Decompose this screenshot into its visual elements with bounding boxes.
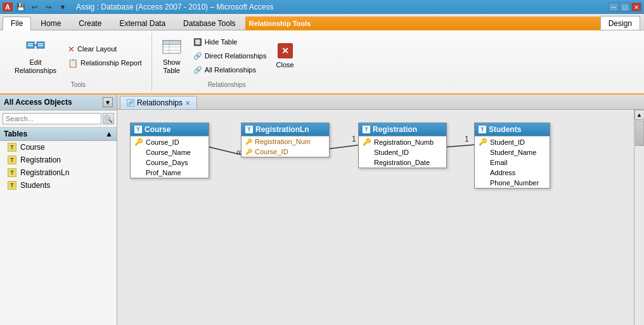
- registration-field-date: Registration_Date: [359, 157, 446, 168]
- vertical-scrollbar: ▲ ▼: [634, 110, 644, 325]
- students-email-label: Email: [490, 159, 508, 166]
- nav-item-registration[interactable]: T Registration: [0, 154, 117, 166]
- nav-item-course-label: Course: [20, 143, 45, 152]
- nav-search-btn[interactable]: 🔍: [103, 113, 114, 124]
- tab-external-data[interactable]: External Data: [111, 16, 174, 30]
- nav-item-students[interactable]: T Students: [0, 179, 117, 192]
- students-field-email: Email: [475, 157, 550, 168]
- students-id-label: Student_ID: [490, 138, 525, 146]
- table-box-registrationln: T RegistrationLn 🔑 Registration_Num 🔑 Co…: [241, 123, 330, 157]
- tab-relationships[interactable]: 🔗 Relationships ✕: [120, 96, 197, 109]
- tab-relationships-icon: 🔗: [127, 99, 134, 107]
- main-area: All Access Objects ▼ 🔍 Tables ▲ T Course…: [0, 95, 644, 325]
- course-id-key-icon: 🔑: [134, 138, 143, 146]
- nav-header-toggle-btn[interactable]: ▼: [103, 97, 113, 107]
- vscroll-up-btn[interactable]: ▲: [634, 110, 645, 120]
- redo-qat-btn[interactable]: ↪: [43, 2, 55, 12]
- edit-relationships-btn[interactable]: Edit Relationships: [10, 37, 61, 74]
- close-ribbon-btn[interactable]: ✕: [278, 43, 293, 58]
- relationships-small-btns: 🔲 Hide Table 🔗 Direct Relationships 🔗 Al…: [189, 36, 271, 76]
- vscroll-thumb[interactable]: [635, 121, 644, 146]
- direct-relationships-btn[interactable]: 🔗 Direct Relationships: [189, 50, 271, 62]
- show-table-label: Show Table: [163, 58, 181, 75]
- context-tab-relationship-tools: Relationship Tools: [245, 17, 600, 30]
- content-with-scrollbars: 1 ∞ ∞ 1 ∞ 1: [117, 110, 644, 325]
- registrationln-title-icon: T: [245, 126, 253, 133]
- nav-section-tables-toggle: ▲: [105, 129, 113, 138]
- nav-search-input[interactable]: [3, 113, 101, 124]
- tab-database-tools[interactable]: Database Tools: [175, 16, 244, 30]
- registration-title-label: Registration: [373, 125, 417, 134]
- relationships-group-label: Relationships: [208, 79, 246, 88]
- nav-pane-header[interactable]: All Access Objects ▼: [0, 95, 117, 110]
- context-tab-label: Relationship Tools: [249, 20, 311, 27]
- students-field-id: 🔑 Student_ID: [475, 136, 550, 147]
- table-title-course: T Course: [131, 123, 209, 136]
- nav-item-course[interactable]: T Course: [0, 141, 117, 154]
- table-icon-students: T: [8, 181, 16, 190]
- clear-layout-label: Clear Layout: [77, 45, 117, 53]
- tab-home[interactable]: Home: [32, 16, 69, 30]
- registrationln-title-label: RegistrationLn: [255, 125, 309, 134]
- all-rel-label: All Relationships: [205, 66, 256, 74]
- title-bar-controls: ─ □ ✕: [609, 3, 641, 11]
- close-window-btn[interactable]: ✕: [631, 3, 641, 11]
- qat-dropdown-btn[interactable]: ▼: [57, 2, 68, 12]
- students-phone-label: Phone_Number: [490, 179, 539, 187]
- table-icon-registration: T: [8, 156, 16, 164]
- diagram-with-hscroll: 1 ∞ ∞ 1 ∞ 1: [117, 110, 634, 325]
- registration-field-num: 🔑 Registration_Numb: [359, 136, 446, 147]
- undo-qat-btn[interactable]: ↩: [29, 2, 41, 12]
- close-ribbon-label: Close: [276, 61, 294, 69]
- reg-num-key-icon: 🔑: [363, 138, 371, 146]
- nav-pane-title: All Access Objects: [4, 98, 72, 107]
- show-table-btn[interactable]: Show Table: [157, 37, 186, 74]
- nav-section-tables[interactable]: Tables ▲: [0, 128, 117, 141]
- nav-item-registrationln[interactable]: T RegistrationLn: [0, 166, 117, 179]
- table-box-students: T Students 🔑 Student_ID Student_Name: [474, 123, 550, 189]
- nav-item-students-label: Students: [20, 181, 50, 190]
- tab-create[interactable]: Create: [70, 16, 110, 30]
- table-title-registration: T Registration: [359, 123, 446, 136]
- nav-section-tables-label: Tables: [4, 129, 27, 138]
- course-prof-label: Prof_Name: [146, 169, 181, 176]
- hide-table-icon: 🔲: [193, 38, 202, 46]
- edit-relationships-icon: [25, 37, 46, 57]
- clear-layout-btn[interactable]: ✕ Clear Layout: [63, 43, 146, 55]
- content-tabs: 🔗 Relationships ✕: [117, 95, 644, 110]
- table-title-registrationln: T RegistrationLn: [242, 123, 329, 136]
- close-btn-area: ✕ Close: [274, 41, 297, 71]
- hide-table-btn[interactable]: 🔲 Hide Table: [189, 36, 271, 48]
- restore-btn[interactable]: □: [620, 3, 630, 11]
- vscroll-track[interactable]: [634, 120, 644, 325]
- tab-file[interactable]: File: [3, 17, 31, 30]
- table-title-students: T Students: [475, 123, 550, 136]
- course-id-label: Course_ID: [146, 138, 179, 146]
- students-address-label: Address: [490, 169, 515, 176]
- show-table-icon: [162, 37, 182, 57]
- tab-design[interactable]: Design: [600, 16, 640, 30]
- tools-group-items: Edit Relationships ✕ Clear Layout 📋 Rela…: [10, 36, 146, 76]
- rel-report-label: Relationship Report: [80, 59, 142, 67]
- minimize-btn[interactable]: ─: [609, 3, 619, 11]
- app-icon: A: [3, 3, 13, 11]
- tab-relationships-close[interactable]: ✕: [185, 100, 190, 107]
- rel-report-icon: 📋: [68, 58, 78, 68]
- regln-courseid-label: Course_ID: [255, 148, 288, 156]
- diagram-area[interactable]: 1 ∞ ∞ 1 ∞ 1: [117, 110, 634, 325]
- svg-rect-8: [163, 41, 181, 44]
- reg-date-label: Registration_Date: [374, 159, 430, 166]
- save-qat-btn[interactable]: 💾: [15, 2, 27, 12]
- relationships-group-items: Show Table 🔲 Hide Table 🔗 Direct Relatio…: [157, 36, 297, 76]
- svg-text:1: 1: [465, 135, 469, 143]
- hide-table-label: Hide Table: [205, 38, 238, 46]
- course-field-prof: Prof_Name: [131, 168, 209, 178]
- ribbon-group-relationships: Show Table 🔲 Hide Table 🔗 Direct Relatio…: [152, 33, 302, 91]
- regln-num-label: Registration_Num: [255, 138, 311, 145]
- all-relationships-btn[interactable]: 🔗 All Relationships: [189, 63, 271, 76]
- direct-rel-label: Direct Relationships: [205, 52, 267, 60]
- students-field-address: Address: [475, 168, 550, 178]
- relationship-report-btn[interactable]: 📋 Relationship Report: [63, 56, 146, 69]
- reg-num-label: Registration_Numb: [374, 138, 434, 146]
- students-title-icon: T: [479, 126, 486, 133]
